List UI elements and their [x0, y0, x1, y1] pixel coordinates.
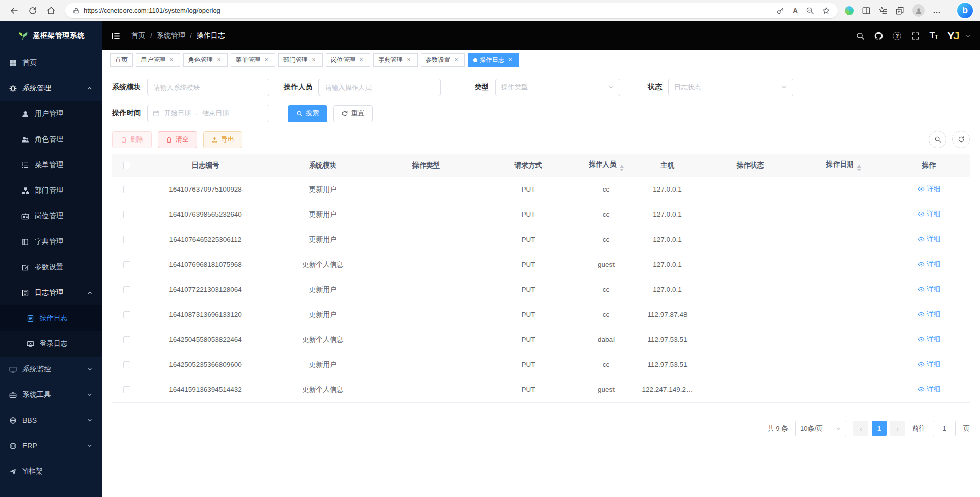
browser-home-button[interactable] — [42, 3, 60, 19]
tab-dict-mgmt[interactable]: 字典管理× — [373, 53, 418, 67]
detail-link[interactable]: 详细 — [918, 259, 940, 269]
help-icon[interactable]: ? — [893, 32, 901, 40]
prev-page-button[interactable]: ‹ — [853, 421, 868, 436]
sidebar-item-post-mgmt[interactable]: 岗位管理 — [0, 203, 102, 229]
read-aloud-icon[interactable]: A — [793, 7, 798, 15]
search-icon[interactable] — [856, 32, 865, 40]
toggle-search-button[interactable] — [929, 131, 946, 148]
close-icon[interactable]: × — [507, 57, 514, 64]
sidebar-item-login-log[interactable]: 登录日志 — [0, 331, 102, 357]
detail-link[interactable]: 详细 — [918, 385, 940, 394]
tab-post-mgmt[interactable]: 岗位管理× — [326, 53, 370, 67]
row-checkbox[interactable] — [123, 236, 130, 243]
module-input[interactable] — [147, 79, 270, 96]
page-size-select[interactable]: 10条/页 — [795, 421, 846, 436]
close-icon[interactable]: × — [310, 57, 317, 64]
row-checkbox[interactable] — [123, 336, 130, 343]
sidebar-item-menu-mgmt[interactable]: 菜单管理 — [0, 152, 102, 178]
github-icon[interactable] — [874, 32, 883, 40]
zoom-out-icon[interactable] — [806, 7, 814, 15]
fullscreen-icon[interactable] — [911, 32, 920, 40]
tab-menu-mgmt[interactable]: 菜单管理× — [231, 53, 275, 67]
close-icon[interactable]: × — [358, 57, 365, 64]
collections-icon[interactable] — [895, 6, 904, 15]
reset-button[interactable]: 重置 — [333, 105, 373, 122]
close-icon[interactable]: × — [215, 57, 223, 64]
row-checkbox[interactable] — [123, 261, 130, 268]
next-page-button[interactable]: › — [890, 421, 905, 436]
breadcrumb-system-mgmt[interactable]: 系统管理 — [157, 31, 185, 40]
tab-home[interactable]: 首页 — [110, 53, 133, 67]
sidebar-item-system-monitor[interactable]: 系统监控 — [0, 357, 102, 382]
add-favorite-star-icon[interactable] — [822, 7, 830, 15]
extension-icon[interactable] — [845, 6, 854, 15]
sidebar-item-home[interactable]: 首页 — [0, 50, 102, 76]
row-checkbox[interactable] — [123, 186, 130, 193]
sort-caret[interactable] — [620, 165, 624, 171]
row-checkbox[interactable] — [123, 286, 130, 293]
export-button[interactable]: 导出 — [203, 131, 242, 148]
detail-link[interactable]: 详细 — [918, 285, 940, 294]
tab-operation-log[interactable]: 操作日志× — [468, 53, 519, 67]
split-screen-icon[interactable] — [862, 6, 871, 15]
select-all-checkbox[interactable] — [123, 162, 130, 169]
detail-link[interactable]: 详细 — [918, 360, 940, 369]
row-checkbox[interactable] — [123, 211, 130, 218]
url-text[interactable]: https://ccnetcore.com:1101/system/log/op… — [84, 7, 220, 14]
tab-param-settings[interactable]: 参数设置× — [421, 53, 465, 67]
detail-link[interactable]: 详细 — [918, 310, 940, 319]
user-dropdown-caret-icon[interactable] — [965, 33, 971, 39]
sidebar-item-log-mgmt[interactable]: 日志管理 — [0, 280, 102, 305]
sidebar-item-param-settings[interactable]: 参数设置 — [0, 254, 102, 280]
sidebar-item-system-tools[interactable]: 系统工具 — [0, 382, 102, 408]
page-number-1[interactable]: 1 — [872, 421, 887, 436]
sidebar-item-dict-mgmt[interactable]: 字典管理 — [0, 229, 102, 254]
cell-op-date — [799, 227, 888, 252]
status-select[interactable]: 日志状态 — [668, 79, 793, 96]
sidebar-toggle-icon[interactable] — [111, 31, 121, 41]
address-bar[interactable]: https://ccnetcore.com:1101/system/log/op… — [65, 3, 838, 18]
sidebar-item-dept-mgmt[interactable]: 部门管理 — [0, 178, 102, 203]
close-icon[interactable]: × — [263, 57, 270, 64]
delete-button[interactable]: 删除 — [112, 131, 152, 148]
detail-link[interactable]: 详细 — [918, 234, 940, 244]
user-logo[interactable]: YJ — [947, 30, 959, 42]
refresh-table-button[interactable] — [952, 131, 970, 148]
row-checkbox[interactable] — [123, 386, 130, 393]
type-select[interactable]: 操作类型 — [495, 79, 620, 96]
close-icon[interactable]: × — [405, 57, 412, 64]
operator-input[interactable] — [318, 79, 441, 96]
tab-user-mgmt[interactable]: 用户管理× — [136, 53, 180, 67]
clear-button[interactable]: 清空 — [158, 131, 197, 148]
detail-link[interactable]: 详细 — [918, 184, 940, 194]
search-button[interactable]: 搜索 — [288, 105, 327, 122]
breadcrumb-home[interactable]: 首页 — [131, 31, 145, 40]
browser-back-button[interactable] — [5, 3, 23, 19]
browser-menu-icon[interactable]: … — [933, 6, 941, 15]
detail-link[interactable]: 详细 — [918, 335, 940, 344]
tab-dept-mgmt[interactable]: 部门管理× — [278, 53, 323, 67]
sidebar-item-bbs[interactable]: BBS — [0, 408, 102, 433]
sidebar-item-user-mgmt[interactable]: 用户管理 — [0, 101, 102, 127]
sidebar-item-yi-framework[interactable]: Yi框架 — [0, 459, 102, 484]
sidebar-item-operation-log[interactable]: 操作日志 — [0, 305, 102, 331]
sidebar-item-role-mgmt[interactable]: 角色管理 — [0, 127, 102, 152]
bing-chat-icon[interactable]: b — [957, 3, 973, 18]
sidebar-item-system-mgmt[interactable]: 系统管理 — [0, 76, 102, 101]
profile-avatar[interactable] — [912, 4, 925, 17]
password-key-icon[interactable] — [776, 7, 785, 15]
row-checkbox[interactable] — [123, 361, 130, 368]
font-size-icon[interactable]: TT — [929, 32, 938, 40]
close-icon[interactable]: × — [168, 57, 175, 64]
detail-link[interactable]: 详细 — [918, 209, 940, 219]
date-range-picker[interactable]: 开始日期 - 结束日期 — [147, 105, 270, 122]
row-checkbox[interactable] — [123, 311, 130, 318]
browser-refresh-button[interactable] — [23, 3, 42, 19]
close-icon[interactable]: × — [453, 57, 460, 64]
sort-caret[interactable] — [857, 165, 861, 171]
tab-role-mgmt[interactable]: 角色管理× — [183, 53, 228, 67]
goto-page-input[interactable] — [933, 421, 956, 436]
favorites-icon[interactable] — [878, 6, 888, 15]
sidebar-item-erp[interactable]: ERP — [0, 433, 102, 459]
app-logo[interactable]: 意框架管理系统 — [0, 21, 102, 50]
